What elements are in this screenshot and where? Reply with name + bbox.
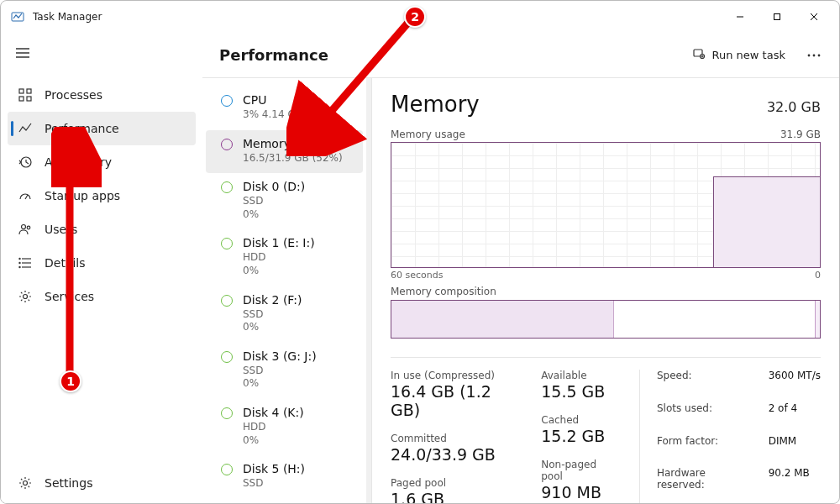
detail-capacity: 32.0 GB [767, 99, 821, 115]
svg-point-23 [24, 481, 28, 486]
perf-item-sub: 0% [243, 265, 315, 278]
ring-icon [221, 139, 233, 150]
memory-composition-bar [391, 300, 821, 339]
cached-label: Cached [541, 414, 617, 426]
svg-point-19 [19, 258, 20, 259]
perf-item-sub: SSD [243, 308, 302, 322]
svg-rect-11 [27, 97, 31, 101]
sidebar: Processes Performance App history Startu… [1, 33, 202, 504]
perf-item-sub: 16.5/31.9 GB (52%) [243, 152, 343, 165]
app-icon [11, 10, 24, 24]
perf-item-sub: 0% [243, 321, 302, 334]
cached-value: 15.2 GB [541, 427, 617, 445]
nav-label: Processes [45, 88, 102, 102]
gear-icon [18, 475, 33, 491]
perf-item-memory[interactable]: Memory16.5/31.9 GB (52%) [206, 130, 363, 174]
nav-label: Services [45, 290, 94, 303]
history-icon [18, 155, 33, 170]
nav-app-history[interactable]: App history [8, 145, 196, 179]
perf-item-disk-1-e-i-[interactable]: Disk 1 (E: I:)HDD0% [206, 229, 363, 286]
svg-point-21 [19, 266, 20, 267]
perf-item-disk-5-h-[interactable]: Disk 5 (H:)SSD [206, 455, 363, 499]
run-task-label: Run new task [712, 49, 785, 61]
ring-icon [221, 351, 233, 363]
perf-item-sub: HDD [243, 421, 304, 434]
perf-item-disk-0-d-[interactable]: Disk 0 (D:)SSD0% [206, 173, 363, 229]
paged-pool-value: 1.6 GB [391, 490, 519, 504]
nonpaged-pool-value: 910 MB [541, 483, 617, 501]
nav-label: Performance [45, 122, 119, 135]
svg-point-29 [813, 54, 816, 56]
perf-item-name: Disk 3 (G: J:) [243, 349, 317, 363]
svg-rect-9 [27, 89, 31, 93]
axis-right: 0 [815, 270, 821, 281]
usage-cap: 31.9 GB [780, 129, 821, 140]
in-use-value: 16.4 GB (1.2 GB) [391, 382, 519, 419]
svg-point-30 [818, 54, 821, 56]
page-header: Performance Run new task [202, 33, 839, 78]
ring-icon [221, 464, 233, 475]
perf-item-disk-3-g-j-[interactable]: Disk 3 (G: J:)SSD0% [206, 343, 363, 399]
perf-item-name: CPU [243, 93, 308, 107]
ring-icon [221, 238, 233, 249]
svg-point-15 [27, 226, 30, 229]
run-new-task-button[interactable]: Run new task [684, 42, 794, 68]
perf-item-sub: HDD [243, 251, 315, 265]
svg-point-22 [24, 295, 28, 299]
nonpaged-pool-label: Non-paged pool [541, 459, 617, 482]
available-value: 15.5 GB [541, 382, 617, 401]
perf-item-sub: 0% [243, 377, 317, 391]
users-icon [18, 222, 33, 237]
paged-pool-label: Paged pool [391, 477, 519, 489]
nav-hamburger-button[interactable] [8, 38, 38, 68]
nav-label: Settings [45, 476, 92, 490]
minimize-button[interactable] [722, 4, 759, 29]
nav-users[interactable]: Users [8, 213, 196, 246]
usage-label: Memory usage [391, 129, 465, 140]
perf-list[interactable]: CPU3% 4.14 GHzMemory16.5/31.9 GB (52%)Di… [202, 78, 366, 504]
nav-settings[interactable]: Settings [8, 466, 196, 500]
perf-item-disk-4-k-[interactable]: Disk 4 (K:)HDD0% [206, 399, 363, 455]
run-task-icon [692, 47, 706, 63]
svg-rect-8 [19, 89, 24, 93]
axis-left: 60 seconds [391, 270, 443, 281]
ring-icon [221, 181, 233, 193]
nav-startup-apps[interactable]: Startup apps [8, 179, 196, 213]
nav-performance[interactable]: Performance [8, 112, 196, 145]
nav-processes[interactable]: Processes [8, 78, 196, 112]
close-button[interactable] [795, 4, 832, 29]
perf-item-sub: SSD [243, 195, 305, 208]
perf-item-sub: 0% [243, 434, 304, 448]
perf-item-name: Disk 5 (H:) [243, 462, 305, 475]
perf-item-name: Memory [243, 137, 343, 150]
window-title: Task Manager [33, 11, 102, 23]
svg-rect-2 [774, 14, 780, 20]
nav-label: App history [45, 155, 112, 169]
titlebar: Task Manager [1, 1, 839, 33]
in-use-label: In use (Compressed) [391, 370, 519, 381]
page-title: Performance [219, 46, 328, 64]
memory-usage-chart [391, 142, 821, 268]
grid-icon [18, 87, 33, 102]
committed-label: Committed [391, 433, 519, 444]
nav-details[interactable]: Details [8, 246, 196, 280]
detail-panel: Memory 32.0 GB Memory usage 31.9 GB 60 s… [372, 78, 839, 504]
nav-label: Details [45, 256, 86, 270]
maximize-button[interactable] [759, 4, 795, 29]
more-button[interactable] [799, 40, 829, 71]
ring-icon [221, 295, 233, 307]
available-label: Available [541, 370, 617, 381]
nav-label: Startup apps [45, 189, 120, 202]
perf-item-name: Disk 4 (K:) [243, 406, 304, 419]
perf-item-cpu[interactable]: CPU3% 4.14 GHz [206, 87, 363, 130]
svg-point-28 [808, 54, 811, 56]
perf-item-sub: 3% 4.14 GHz [243, 108, 308, 122]
svg-rect-10 [19, 97, 24, 101]
perf-item-disk-2-f-[interactable]: Disk 2 (F:)SSD0% [206, 286, 363, 343]
perf-item-name: Disk 0 (D:) [243, 180, 305, 193]
perf-item-sub: 0% [243, 208, 305, 222]
window-controls [722, 4, 832, 29]
nav-services[interactable]: Services [8, 280, 196, 313]
svg-point-14 [22, 225, 26, 229]
perf-item-sub: SSD [243, 477, 305, 491]
